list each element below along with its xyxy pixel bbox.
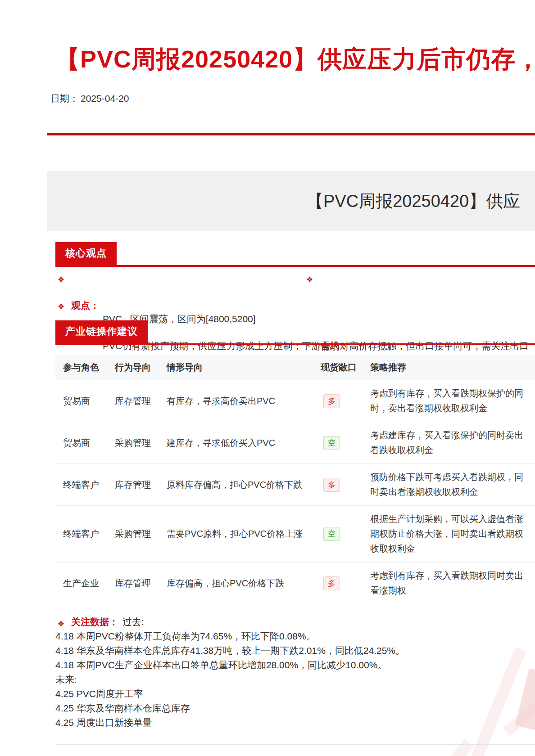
exposure-badge: 空: [323, 527, 340, 541]
section-core-views: 核心观点: [55, 242, 535, 267]
cell-situation: 库存偏高，担心PVC价格下跌: [167, 577, 321, 590]
table-row: 贸易商 采购管理 建库存，寻求低价买入PVC 空 考虑建库存，买入看涨保护的同时…: [55, 422, 535, 464]
cell-exposure: 多: [321, 394, 370, 408]
cell-situation: 建库存，寻求低价买入PVC: [167, 437, 321, 449]
cell-situation: 原料库存偏高，担心PVC价格下跌: [167, 479, 321, 491]
cell-role: 生产企业: [55, 577, 115, 590]
bottom-divider: [55, 744, 535, 745]
cell-strategy: 根据生产计划采购，可以买入虚值看涨期权防止价格大涨，同时卖出看跌期权收取权利金: [370, 512, 529, 556]
cell-strategy: 考虑建库存，买入看涨保护的同时卖出看跌收取权利金: [370, 428, 529, 458]
cell-exposure: 空: [321, 436, 370, 450]
page-title: 【PVC周报20250420】供应压力后市仍存，: [55, 43, 535, 76]
section-industry-advice: 产业链操作建议: [55, 320, 535, 345]
operation-advice-table: 参与角色 行为导向 情形导向 现货敞口 策略推荐 贸易商 库存管理 有库存，寻求…: [55, 355, 535, 604]
cell-role: 终端客户: [55, 528, 115, 540]
clover-bullet-icon: ❖: [58, 617, 64, 631]
cell-strategy: 考虑到有库存，买入看跌期权保护的同时，卖出看涨期权收取权利金: [370, 386, 529, 416]
tag-underline: [55, 265, 535, 267]
table-row: 终端客户 采购管理 需要PVC原料，担心PVC价格上涨 空 根据生产计划采购，可…: [55, 506, 535, 562]
tag-underline: [55, 343, 535, 345]
table-row: 终端客户 库存管理 原料库存偏高，担心PVC价格下跌 多 预防价格下跌可考虑买入…: [55, 464, 535, 506]
core-views-tag: 核心观点: [55, 242, 117, 265]
focus-future-label: 未来:: [55, 672, 535, 687]
cell-behavior: 库存管理: [115, 479, 167, 491]
header-cell-role: 参与角色: [55, 361, 115, 374]
header-cell-behavior: 行为导向: [115, 361, 167, 374]
focus-label: 关注数据：: [71, 615, 118, 629]
cell-strategy: 考虑到有库存，买入看跌期权同时卖出看涨期权: [370, 568, 529, 598]
watermark-stroke: [439, 739, 474, 756]
industry-advice-tag: 产业链操作建议: [55, 320, 148, 343]
focus-head-row: ❖ 关注数据： 过去:: [0, 615, 535, 629]
cell-role: 贸易商: [55, 395, 115, 407]
cell-role: 终端客户: [55, 479, 115, 491]
cell-behavior: 库存管理: [115, 577, 167, 590]
focus-future-line: 4.25 PVC周度开工率: [55, 687, 535, 701]
date-value: 2025-04-20: [81, 93, 129, 104]
table-body: 贸易商 库存管理 有库存，寻求高价卖出PVC 多 考虑到有库存，买入看跌期权保护…: [55, 380, 535, 604]
inner-header-title: 【PVC周报20250420】供应: [306, 171, 520, 231]
top-divider: [47, 133, 535, 135]
cell-situation: 需要PVC原料，担心PVC价格上涨: [167, 528, 321, 540]
focus-past-label: 过去:: [122, 615, 144, 629]
cell-behavior: 库存管理: [115, 395, 167, 407]
date-label: 日期：: [50, 93, 79, 104]
header-cell-situation: 情形导向: [167, 361, 321, 374]
focus-past-line: 4.18 本周PVC生产企业样本出口签单总量环比增加28.00%，同比减少10.…: [55, 658, 535, 672]
header-cell-exposure: 现货敞口: [321, 361, 370, 374]
focus-future-line: 4.25 周度出口新接单量: [55, 716, 535, 730]
cell-exposure: 多: [321, 478, 370, 492]
cell-behavior: 采购管理: [115, 528, 167, 540]
focus-data-section: ❖ 关注数据： 过去: 4.18 本周PVC粉整体开工负荷率为74.65%，环比…: [0, 615, 535, 730]
cell-behavior: 采购管理: [115, 437, 167, 449]
exposure-badge: 多: [323, 394, 340, 408]
focus-past-line: 4.18 本周PVC粉整体开工负荷率为74.65%，环比下降0.08%。: [55, 629, 535, 644]
exposure-badge: 多: [323, 576, 340, 590]
cell-situation: 有库存，寻求高价卖出PVC: [167, 395, 321, 407]
cell-role: 贸易商: [55, 437, 115, 449]
focus-future-line: 4.25 华东及华南样本仓库总库存: [55, 701, 535, 716]
cell-strategy: 预防价格下跌可考虑买入看跌期权，同时卖出看涨期权收取权利金: [370, 470, 529, 500]
exposure-badge: 空: [323, 436, 340, 450]
table-row: 生产企业 库存管理 库存偏高，担心PVC价格下跌 多 考虑到有库存，买入看跌期权…: [55, 562, 535, 604]
cell-exposure: 空: [321, 527, 370, 541]
clover-bullet-icon: ❖: [58, 273, 64, 287]
inner-header-band: 【PVC周报20250420】供应: [47, 171, 535, 231]
header-cell-strategy: 策略推荐: [370, 360, 529, 375]
focus-past-line: 4.18 华东及华南样本仓库总库存41.38万吨，较上一期下跌2.01%，同比低…: [55, 644, 535, 658]
report-date: 日期：2025-04-20: [50, 92, 129, 105]
exposure-badge: 多: [323, 478, 340, 492]
table-header-row: 参与角色 行为导向 情形导向 现货敞口 策略推荐: [55, 355, 535, 380]
clover-bullet-icon: ❖: [58, 300, 64, 314]
cell-exposure: 多: [321, 576, 370, 590]
table-row: 贸易商 库存管理 有库存，寻求高价卖出PVC 多 考虑到有库存，买入看跌期权保护…: [55, 380, 535, 422]
report-page: 【PVC周报20250420】供应压力后市仍存， 日期：2025-04-20 【…: [0, 0, 535, 756]
clover-bullet-icon: ❖: [306, 273, 313, 287]
